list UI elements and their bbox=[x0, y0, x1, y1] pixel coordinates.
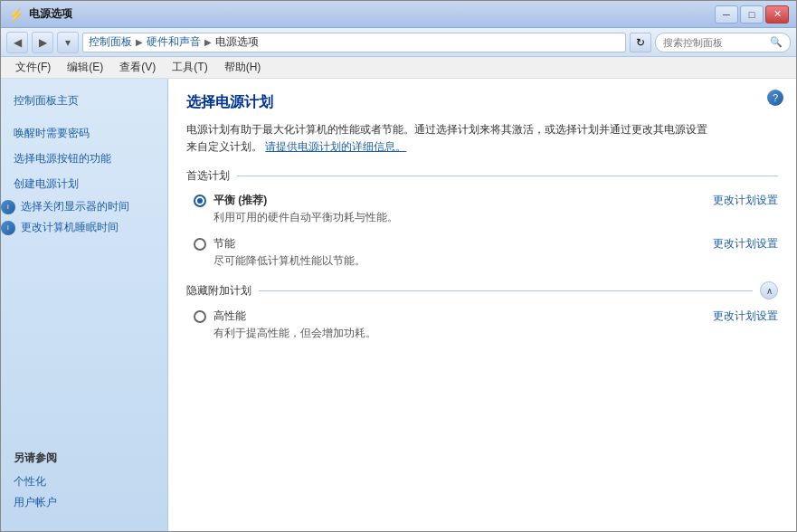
menu-file[interactable]: 文件(F) bbox=[8, 58, 58, 77]
close-button[interactable]: ✕ bbox=[765, 5, 789, 24]
content-area: 控制面板主页 唤醒时需要密码 选择电源按钮的功能 创建电源计划 i 选择关闭显示… bbox=[1, 79, 796, 531]
title-bar: ⚡ 电源选项 ─ □ ✕ bbox=[1, 1, 796, 28]
dropdown-icon: ▾ bbox=[65, 36, 71, 49]
sidebar-link-create-plan[interactable]: 创建电源计划 bbox=[1, 171, 167, 196]
plan-high-perf-row: 高性能 更改计划设置 bbox=[194, 309, 778, 324]
plan-power-saver-row: 节能 更改计划设置 bbox=[194, 236, 778, 252]
sidebar-link-personalize[interactable]: 个性化 bbox=[14, 471, 155, 492]
hidden-section-line bbox=[259, 290, 753, 291]
search-icon: 🔍 bbox=[770, 36, 783, 48]
change-settings-power-saver[interactable]: 更改计划设置 bbox=[713, 236, 778, 252]
address-bar: ◀ ▶ ▾ 控制面板 ▶ 硬件和声音 ▶ 电源选项 ↻ 🔍 bbox=[1, 28, 796, 57]
breadcrumb-hardware[interactable]: 硬件和声音 bbox=[147, 34, 201, 50]
sidebar-bottom-title: 另请参阅 bbox=[14, 451, 155, 466]
hidden-section-header: 隐藏附加计划 ∧ bbox=[186, 281, 778, 299]
address-path: 控制面板 ▶ 硬件和声音 ▶ 电源选项 bbox=[82, 33, 626, 52]
plan-balanced-row: 平衡 (推荐) 更改计划设置 bbox=[194, 193, 778, 208]
plan-balanced-desc: 利用可用的硬件自动平衡功耗与性能。 bbox=[194, 210, 778, 225]
plan-high-perf: 高性能 更改计划设置 有利于提高性能，但会增加功耗。 bbox=[186, 309, 778, 341]
back-icon: ◀ bbox=[14, 36, 22, 49]
breadcrumb-sep-2: ▶ bbox=[204, 37, 212, 47]
menu-edit[interactable]: 编辑(E) bbox=[60, 58, 110, 77]
plan-power-saver: 节能 更改计划设置 尽可能降低计算机性能以节能。 bbox=[186, 236, 778, 269]
radio-power-saver[interactable] bbox=[194, 238, 206, 251]
help-icon[interactable]: ? bbox=[767, 90, 783, 106]
plan-balanced-name: 平衡 (推荐) bbox=[213, 193, 267, 208]
menu-view[interactable]: 查看(V) bbox=[112, 58, 163, 77]
refresh-icon: ↻ bbox=[636, 36, 645, 49]
search-box[interactable]: 🔍 bbox=[655, 33, 791, 52]
sidebar-link-home[interactable]: 控制面板主页 bbox=[1, 88, 167, 113]
sidebar-section-main: 控制面板主页 bbox=[1, 88, 167, 113]
sidebar-link-power-button[interactable]: 选择电源按钮的功能 bbox=[1, 146, 167, 171]
title-bar-controls: ─ □ ✕ bbox=[715, 5, 789, 24]
plan-balanced-left: 平衡 (推荐) bbox=[194, 193, 267, 208]
plan-high-perf-name: 高性能 bbox=[213, 309, 246, 324]
sidebar-spacer bbox=[1, 245, 167, 442]
preferred-section-header: 首选计划 bbox=[186, 168, 778, 184]
plan-power-saver-left: 节能 bbox=[194, 236, 235, 252]
description-link[interactable]: 请提供电源计划的详细信息。 bbox=[265, 140, 406, 153]
breadcrumb-sep-1: ▶ bbox=[136, 37, 143, 47]
forward-button[interactable]: ▶ bbox=[32, 32, 53, 53]
sidebar-icon-link-sleep[interactable]: i 更改计算机睡眠时间 bbox=[1, 217, 167, 238]
personalize-label: 个性化 bbox=[14, 474, 46, 489]
page-title: 选择电源计划 bbox=[186, 93, 778, 112]
sidebar-section-links: 唤醒时需要密码 选择电源按钮的功能 创建电源计划 i 选择关闭显示器的时间 i … bbox=[1, 120, 167, 238]
hidden-section: 隐藏附加计划 ∧ 高性能 更改计划设置 有利于提高性能，但会增加功耗。 bbox=[186, 281, 778, 341]
sleep-icon: i bbox=[1, 221, 15, 235]
menu-help[interactable]: 帮助(H) bbox=[217, 58, 269, 77]
radio-balanced[interactable] bbox=[194, 195, 206, 207]
menu-bar: 文件(F) 编辑(E) 查看(V) 工具(T) 帮助(H) bbox=[1, 57, 796, 79]
breadcrumb-current: 电源选项 bbox=[215, 34, 259, 50]
sidebar-link-user-accounts[interactable]: 用户帐户 bbox=[14, 492, 155, 513]
sidebar-link-display-label: 选择关闭显示器的时间 bbox=[21, 199, 129, 214]
forward-icon: ▶ bbox=[39, 36, 47, 49]
hidden-section-title: 隐藏附加计划 bbox=[186, 283, 251, 299]
sidebar-link-sleep-label: 更改计算机睡眠时间 bbox=[21, 220, 119, 235]
preferred-section-title: 首选计划 bbox=[186, 168, 230, 184]
change-settings-balanced[interactable]: 更改计划设置 bbox=[713, 193, 778, 208]
dropdown-button[interactable]: ▾ bbox=[57, 32, 79, 53]
minimize-button[interactable]: ─ bbox=[715, 5, 738, 24]
radio-high-perf[interactable] bbox=[194, 310, 206, 323]
change-settings-high-perf[interactable]: 更改计划设置 bbox=[713, 309, 778, 324]
preferred-section-line bbox=[237, 176, 778, 176]
plan-high-perf-desc: 有利于提高性能，但会增加功耗。 bbox=[194, 326, 778, 341]
plan-high-perf-left: 高性能 bbox=[194, 309, 246, 324]
maximize-button[interactable]: □ bbox=[740, 5, 764, 24]
sidebar-bottom: 另请参阅 个性化 用户帐户 bbox=[1, 442, 167, 522]
page-description: 电源计划有助于最大化计算机的性能或者节能。通过选择计划来将其激活，或选择计划并通… bbox=[186, 121, 711, 156]
window-title: 电源选项 bbox=[29, 6, 72, 22]
main-window: ⚡ 电源选项 ─ □ ✕ ◀ ▶ ▾ 控制面板 ▶ 硬件和声音 ▶ 电源选项 ↻ bbox=[0, 0, 797, 532]
main-panel: ? 选择电源计划 电源计划有助于最大化计算机的性能或者节能。通过选择计划来将其激… bbox=[168, 79, 796, 531]
collapse-button[interactable]: ∧ bbox=[760, 281, 778, 299]
refresh-button[interactable]: ↻ bbox=[630, 33, 651, 52]
plan-balanced: 平衡 (推荐) 更改计划设置 利用可用的硬件自动平衡功耗与性能。 bbox=[186, 193, 778, 225]
sidebar: 控制面板主页 唤醒时需要密码 选择电源按钮的功能 创建电源计划 i 选择关闭显示… bbox=[1, 79, 168, 531]
display-icon: i bbox=[1, 200, 15, 214]
back-button[interactable]: ◀ bbox=[6, 32, 28, 53]
menu-tools[interactable]: 工具(T) bbox=[165, 58, 214, 77]
search-input[interactable] bbox=[663, 37, 766, 48]
plan-power-saver-desc: 尽可能降低计算机性能以节能。 bbox=[194, 253, 778, 269]
sidebar-link-wakeup[interactable]: 唤醒时需要密码 bbox=[1, 120, 167, 146]
plan-power-saver-name: 节能 bbox=[213, 236, 235, 252]
breadcrumb-controlpanel[interactable]: 控制面板 bbox=[89, 34, 132, 50]
title-bar-left: ⚡ 电源选项 bbox=[8, 6, 72, 22]
user-accounts-label: 用户帐户 bbox=[14, 495, 57, 510]
sidebar-icon-link-display[interactable]: i 选择关闭显示器的时间 bbox=[1, 196, 167, 217]
